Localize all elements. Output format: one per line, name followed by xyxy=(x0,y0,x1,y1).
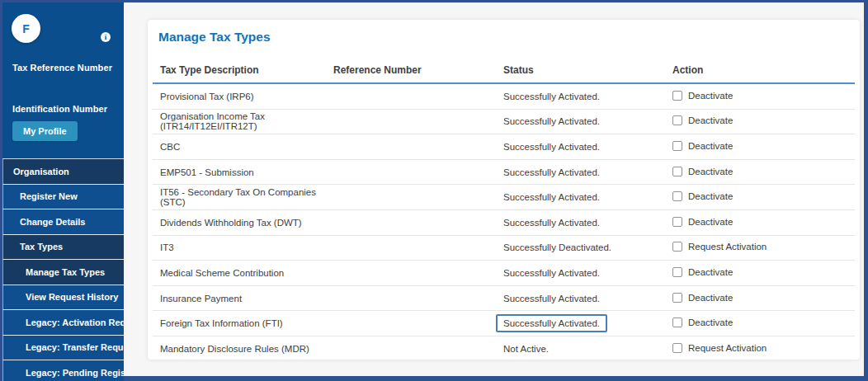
tax-type-description: Provisional Tax (IRP6) xyxy=(160,92,333,101)
action-control[interactable]: Deactivate xyxy=(672,191,733,201)
sidebar: F i Tax Reference Number Identification … xyxy=(2,2,126,376)
action-control[interactable]: Deactivate xyxy=(672,217,733,227)
status-text: Successfully Activated. xyxy=(503,88,600,105)
action-control[interactable]: Deactivate xyxy=(672,91,733,101)
table-row: CBC Successfully Activated. Deactivate xyxy=(153,134,855,160)
action-control[interactable]: Deactivate xyxy=(672,293,733,303)
action-label: Deactivate xyxy=(688,191,733,201)
identification-number-label: Identification Number xyxy=(12,104,107,114)
tax-type-description: EMP501 - Submission xyxy=(160,167,333,177)
table-header-row: Tax Type Description Reference Number St… xyxy=(153,64,855,84)
tax-reference-number-label: Tax Reference Number xyxy=(12,63,112,73)
action-control[interactable]: Deactivate xyxy=(672,115,733,125)
action-label: Deactivate xyxy=(688,217,733,227)
table-row: Insurance Payment Successfully Activated… xyxy=(153,286,855,312)
avatar[interactable]: F xyxy=(12,14,40,43)
tax-type-description: Mandatory Disclosure Rules (MDR) xyxy=(160,344,333,354)
table-row: Provisional Tax (IRP6) Successfully Acti… xyxy=(153,84,855,110)
manage-tax-types-card: Manage Tax Types Tax Type Description Re… xyxy=(148,20,860,360)
status-text: Successfully Activated. xyxy=(503,139,600,155)
status-text: Successfully Activated. xyxy=(503,214,600,231)
sidebar-item-view-request-history[interactable]: View Request History xyxy=(2,285,124,311)
tax-type-description: Foreign Tax Information (FTI) xyxy=(160,318,333,328)
checkbox-icon[interactable] xyxy=(672,242,682,252)
action-label: Deactivate xyxy=(688,267,733,277)
checkbox-icon[interactable] xyxy=(672,115,682,125)
action-control[interactable]: Deactivate xyxy=(672,267,733,277)
tax-type-description: Dividends Withholding Tax (DWT) xyxy=(160,218,333,228)
action-label: Deactivate xyxy=(688,91,733,101)
checkbox-icon[interactable] xyxy=(672,318,682,327)
col-header-reference-number: Reference Number xyxy=(333,64,503,76)
table-row: Dividends Withholding Tax (DWT) Successf… xyxy=(153,210,855,236)
action-label: Deactivate xyxy=(688,293,733,303)
table-row: Foreign Tax Information (FTI) Successful… xyxy=(153,311,855,336)
table-row: Mandatory Disclosure Rules (MDR) Not Act… xyxy=(153,336,855,362)
checkbox-icon[interactable] xyxy=(672,293,682,303)
sidebar-item-organisation[interactable]: Organisation xyxy=(2,159,124,185)
tax-type-description: Insurance Payment xyxy=(160,294,333,303)
action-control[interactable]: Deactivate xyxy=(672,141,733,151)
status-text: Not Active. xyxy=(503,341,549,357)
sidebar-item-change-details[interactable]: Change Details xyxy=(2,209,124,235)
sidebar-item-legacy-activation-requests[interactable]: Legacy: Activation Requests xyxy=(2,310,124,336)
app-window: F i Tax Reference Number Identification … xyxy=(0,0,868,381)
status-text: Successfully Activated. xyxy=(503,265,600,281)
status-text: Successfully Activated. xyxy=(503,164,600,181)
action-control[interactable]: Request Activation xyxy=(672,343,767,353)
col-header-tax-type-description: Tax Type Description xyxy=(160,64,333,76)
col-header-status: Status xyxy=(503,64,672,76)
checkbox-icon[interactable] xyxy=(672,217,682,227)
action-label: Request Activation xyxy=(688,343,767,353)
status-text: Successfully Deactivated. xyxy=(503,239,611,256)
sidebar-item-legacy-pending-registration[interactable]: Legacy: Pending Registration xyxy=(2,360,124,381)
status-text: Successfully Activated. xyxy=(503,113,600,129)
tax-type-description: Organisation Income Tax (ITR14/IT12EI/IT… xyxy=(160,111,333,131)
action-label: Deactivate xyxy=(688,167,733,176)
table-row: Medical Scheme Contribution Successfully… xyxy=(153,261,855,286)
action-control[interactable]: Deactivate xyxy=(672,167,733,176)
sidebar-item-legacy-transfer-requests[interactable]: Legacy: Transfer Requests xyxy=(2,336,124,361)
action-label: Deactivate xyxy=(688,115,733,125)
checkbox-icon[interactable] xyxy=(672,141,682,151)
tax-type-description: CBC xyxy=(160,142,333,152)
table-row: IT3 Successfully Deactivated. Request Ac… xyxy=(153,236,855,261)
sidebar-menu: Organisation Register New Change Details… xyxy=(2,158,124,381)
checkbox-icon[interactable] xyxy=(672,343,682,353)
sidebar-item-tax-types[interactable]: Tax Types xyxy=(2,235,124,261)
action-label: Request Activation xyxy=(688,242,767,252)
checkbox-icon[interactable] xyxy=(672,167,682,176)
status-text: Successfully Activated. xyxy=(503,290,600,307)
tax-type-description: Medical Scheme Contribution xyxy=(160,268,333,278)
main-content: Manage Tax Types Tax Type Description Re… xyxy=(129,2,864,376)
table-row: Organisation Income Tax (ITR14/IT12EI/IT… xyxy=(153,110,855,135)
my-profile-button[interactable]: My Profile xyxy=(12,121,78,141)
action-label: Deactivate xyxy=(688,318,733,327)
tax-type-description: IT56 - Secondary Tax On Companies (STC) xyxy=(160,187,333,207)
status-text: Successfully Activated. xyxy=(503,189,600,205)
table-row: EMP501 - Submission Successfully Activat… xyxy=(153,160,855,186)
checkbox-icon[interactable] xyxy=(672,191,682,201)
sidebar-item-register-new[interactable]: Register New xyxy=(2,185,124,210)
sidebar-item-manage-tax-types[interactable]: Manage Tax Types xyxy=(2,260,124,285)
status-text: Successfully Activated. xyxy=(496,314,607,332)
page-title: Manage Tax Types xyxy=(151,30,856,45)
col-header-action: Action xyxy=(672,64,855,76)
info-icon[interactable]: i xyxy=(101,32,111,42)
action-label: Deactivate xyxy=(688,141,733,151)
table-row: IT56 - Secondary Tax On Companies (STC) … xyxy=(153,185,855,210)
checkbox-icon[interactable] xyxy=(672,91,682,101)
tax-type-description: IT3 xyxy=(160,242,333,252)
action-control[interactable]: Deactivate xyxy=(672,318,733,327)
checkbox-icon[interactable] xyxy=(672,267,682,277)
action-control[interactable]: Request Activation xyxy=(672,242,767,252)
